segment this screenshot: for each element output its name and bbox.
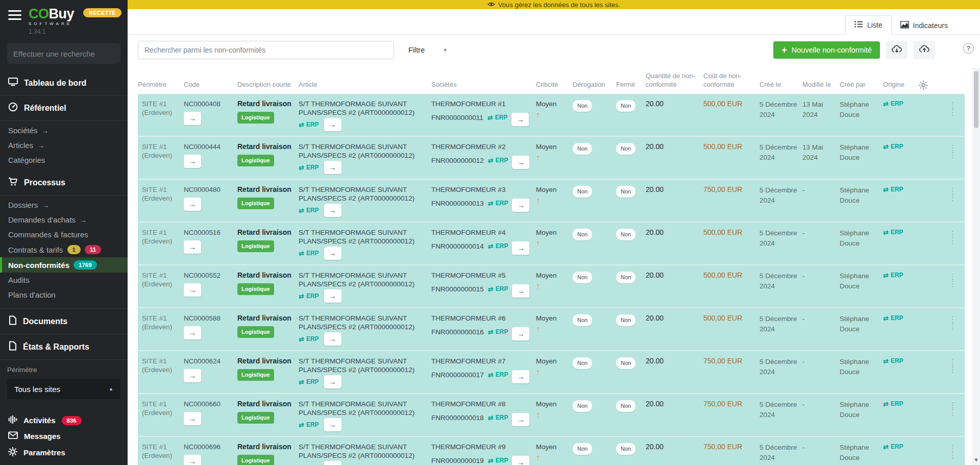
export-button[interactable] (914, 41, 935, 59)
sidebar-item-parametres[interactable]: Paramètres (0, 444, 128, 461)
row-menu-icon[interactable]: ⋮⋮ (949, 102, 957, 136)
row-menu-icon[interactable]: ⋮⋮ (949, 316, 957, 350)
import-button[interactable] (886, 41, 908, 59)
article-erp-link[interactable]: ⇄ERP (299, 335, 319, 344)
row-menu-icon[interactable]: ⋮⋮ (949, 144, 957, 179)
origin-erp-link[interactable]: ⇄ERP (883, 100, 903, 108)
company-erp-link[interactable]: ⇄ERP (488, 413, 508, 422)
origin-erp-link[interactable]: ⇄ERP (883, 142, 903, 151)
open-nonconformity-button[interactable]: → (184, 326, 201, 339)
open-article-button[interactable]: → (324, 247, 341, 260)
table-row[interactable]: SITE #1 (Erdeven) NC0000588 → Retard liv… (138, 308, 965, 351)
open-article-button[interactable]: → (324, 289, 341, 303)
open-article-button[interactable]: → (324, 375, 341, 388)
sidebar-item-audits[interactable]: Audits (0, 273, 128, 287)
open-article-button[interactable]: → (324, 161, 341, 174)
scrollbar-down-arrow[interactable]: ▼ (972, 457, 980, 462)
sidebar-section-processus[interactable]: Processus (0, 173, 128, 193)
col-header-societes[interactable]: Sociétés (431, 80, 536, 91)
company-erp-link[interactable]: ⇄ERP (488, 242, 508, 251)
open-nonconformity-button[interactable]: → (184, 283, 201, 297)
company-erp-link[interactable]: ⇄ERP (488, 371, 508, 379)
origin-erp-link[interactable]: ⇄ERP (883, 185, 903, 194)
scrollbar-thumb[interactable] (974, 71, 978, 128)
open-nonconformity-button[interactable]: → (184, 198, 201, 211)
row-menu-icon[interactable]: ⋮⋮ (949, 402, 957, 436)
row-menu-icon[interactable]: ⋮⋮ (949, 445, 957, 465)
filter-dropdown[interactable]: Filtre ▼ (405, 42, 450, 58)
origin-erp-link[interactable]: ⇄ERP (883, 228, 903, 237)
open-article-button[interactable]: → (324, 118, 341, 131)
company-erp-link[interactable]: ⇄ERP (488, 199, 508, 208)
open-nonconformity-button[interactable]: → (184, 455, 201, 465)
article-erp-link[interactable]: ⇄ERP (299, 378, 319, 386)
table-row[interactable]: SITE #1 (Erdeven) NC0000660 → Retard liv… (138, 394, 965, 437)
sidebar-search-input[interactable] (7, 43, 120, 64)
open-company-button[interactable]: → (512, 413, 529, 426)
column-settings-gear-icon[interactable] (919, 81, 965, 91)
open-company-button[interactable]: → (512, 370, 529, 383)
col-header-perimetre[interactable]: Périmètre (138, 80, 184, 91)
article-erp-link[interactable]: ⇄ERP (299, 421, 319, 429)
sidebar-item-dashboard[interactable]: Tableau de bord (0, 73, 128, 93)
sidebar-item-plans-action[interactable]: Plans d'action (0, 287, 128, 302)
company-erp-link[interactable]: ⇄ERP (487, 113, 508, 122)
vertical-scrollbar[interactable]: ▼ (972, 68, 980, 465)
sidebar-item-commandes-factures[interactable]: Commandes & factures (0, 227, 128, 242)
origin-erp-link[interactable]: ⇄ERP (883, 271, 903, 280)
table-row[interactable]: SITE #1 (Erdeven) NC0000444 → Retard liv… (138, 137, 965, 180)
article-erp-link[interactable]: ⇄ERP (299, 463, 319, 465)
origin-erp-link[interactable]: ⇄ERP (883, 443, 903, 451)
col-header-cout[interactable]: Coût de non-conformité (703, 71, 760, 91)
sidebar-item-contrats-tarifs[interactable]: Contrats & tarifs 1 11 (0, 242, 128, 257)
tab-liste[interactable]: Liste (845, 15, 892, 35)
company-erp-link[interactable]: ⇄ERP (488, 156, 508, 165)
tab-indicateurs[interactable]: Indicateurs (892, 16, 957, 35)
sidebar-item-activites[interactable]: Activités 836 (0, 412, 128, 428)
row-menu-icon[interactable]: ⋮⋮ (949, 187, 957, 222)
open-nonconformity-button[interactable]: → (184, 155, 201, 168)
sidebar-section-etats-rapports[interactable]: États & Rapports (0, 336, 128, 357)
table-row[interactable]: SITE #1 (Erdeven) NC0000696 → Retard liv… (138, 437, 965, 465)
company-erp-link[interactable]: ⇄ERP (488, 328, 508, 336)
page-help-icon[interactable]: ? (963, 43, 974, 54)
sidebar-item-articles[interactable]: Articles→ (0, 138, 128, 153)
open-article-button[interactable]: → (324, 418, 341, 431)
origin-erp-link[interactable]: ⇄ERP (883, 314, 903, 323)
col-header-cree-le[interactable]: Créé le (760, 80, 802, 91)
open-nonconformity-button[interactable]: → (184, 112, 201, 125)
open-article-button[interactable]: → (324, 332, 341, 346)
sidebar-item-dossiers[interactable]: Dossiers→ (0, 198, 128, 212)
hamburger-menu-icon[interactable] (8, 10, 22, 22)
open-nonconformity-button[interactable]: → (184, 369, 201, 382)
col-header-quantite[interactable]: Quantité de non-conformité (646, 71, 703, 91)
col-header-code[interactable]: Code (184, 80, 237, 91)
col-header-modifie-le[interactable]: Modifié le (802, 80, 840, 91)
open-company-button[interactable]: → (511, 113, 529, 126)
open-company-button[interactable]: → (512, 456, 529, 465)
sidebar-item-non-conformites[interactable]: Non-conformités 1769 (0, 257, 128, 273)
open-company-button[interactable]: → (512, 241, 529, 255)
sidebar-section-referentiel[interactable]: Référentiel (0, 97, 128, 118)
open-article-button[interactable]: → (324, 204, 341, 217)
row-menu-icon[interactable]: ⋮⋮ (949, 230, 957, 264)
article-erp-link[interactable]: ⇄ERP (299, 292, 319, 301)
article-erp-link[interactable]: ⇄ERP (299, 249, 319, 258)
perimeter-select[interactable]: Tous les sites ▲ (7, 379, 120, 399)
col-header-article[interactable]: Article (299, 80, 431, 91)
table-row[interactable]: SITE #1 (Erdeven) NC0000480 → Retard liv… (138, 180, 965, 223)
company-erp-link[interactable]: ⇄ERP (488, 456, 508, 465)
sidebar-item-messages[interactable]: Messages (0, 428, 128, 444)
table-search-input[interactable] (138, 41, 394, 59)
open-nonconformity-button[interactable]: → (184, 412, 201, 425)
table-row[interactable]: SITE #1 (Erdeven) NC0000552 → Retard liv… (138, 265, 965, 308)
sidebar-item-categories[interactable]: Catégories (0, 153, 128, 167)
open-company-button[interactable]: → (512, 284, 529, 298)
sidebar-section-documents[interactable]: Documents (0, 311, 128, 332)
origin-erp-link[interactable]: ⇄ERP (883, 400, 903, 408)
sidebar-item-demandes-achats[interactable]: Demandes d'achats→ (0, 212, 128, 227)
open-company-button[interactable]: → (512, 199, 529, 212)
origin-erp-link[interactable]: ⇄ERP (883, 357, 903, 365)
table-row[interactable]: SITE #1 (Erdeven) NC0000624 → Retard liv… (138, 351, 965, 394)
article-erp-link[interactable]: ⇄ERP (299, 163, 319, 172)
